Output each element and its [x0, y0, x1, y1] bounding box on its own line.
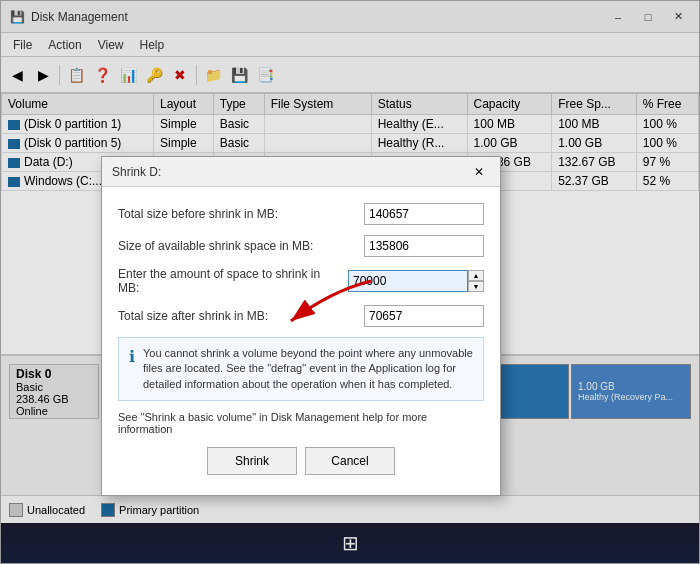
field-input-2[interactable]	[364, 235, 484, 257]
spinner-up[interactable]: ▲	[468, 270, 484, 281]
field-label-2: Size of available shrink space in MB:	[118, 239, 364, 253]
shrink-dialog: Shrink D: ✕ Total size before shrink in …	[101, 156, 501, 496]
info-icon: ℹ	[129, 347, 135, 366]
dialog-close-button[interactable]: ✕	[468, 162, 490, 182]
form-row-2: Size of available shrink space in MB:	[118, 235, 484, 257]
field-input-wrap-2	[364, 235, 484, 257]
dialog-title-bar: Shrink D: ✕	[102, 157, 500, 187]
cancel-button[interactable]: Cancel	[305, 447, 395, 475]
spinner-down[interactable]: ▼	[468, 281, 484, 292]
field-input-wrap-3: ▲ ▼	[348, 270, 484, 292]
field-input-wrap-1	[364, 203, 484, 225]
info-text: You cannot shrink a volume beyond the po…	[143, 346, 473, 392]
help-link[interactable]: See "Shrink a basic volume" in Disk Mana…	[118, 411, 484, 435]
dialog-footer: Shrink Cancel	[118, 447, 484, 479]
info-box: ℹ You cannot shrink a volume beyond the …	[118, 337, 484, 401]
field-label-3: Enter the amount of space to shrink in M…	[118, 267, 348, 295]
dialog-overlay: Shrink D: ✕ Total size before shrink in …	[1, 1, 699, 563]
dialog-title: Shrink D:	[112, 165, 468, 179]
field-input-1[interactable]	[364, 203, 484, 225]
field-input-3[interactable]	[348, 270, 468, 292]
main-window: 💾 Disk Management – □ ✕ File Action View…	[0, 0, 700, 564]
field-label-4: Total size after shrink in MB:	[118, 309, 364, 323]
shrink-button[interactable]: Shrink	[207, 447, 297, 475]
spinner-controls: ▲ ▼	[468, 270, 484, 292]
field-input-4[interactable]	[364, 305, 484, 327]
field-input-wrap-4	[364, 305, 484, 327]
form-row-1: Total size before shrink in MB:	[118, 203, 484, 225]
form-row-4: Total size after shrink in MB:	[118, 305, 484, 327]
field-label-1: Total size before shrink in MB:	[118, 207, 364, 221]
dialog-body: Total size before shrink in MB: Size of …	[102, 187, 500, 495]
form-row-3: Enter the amount of space to shrink in M…	[118, 267, 484, 295]
